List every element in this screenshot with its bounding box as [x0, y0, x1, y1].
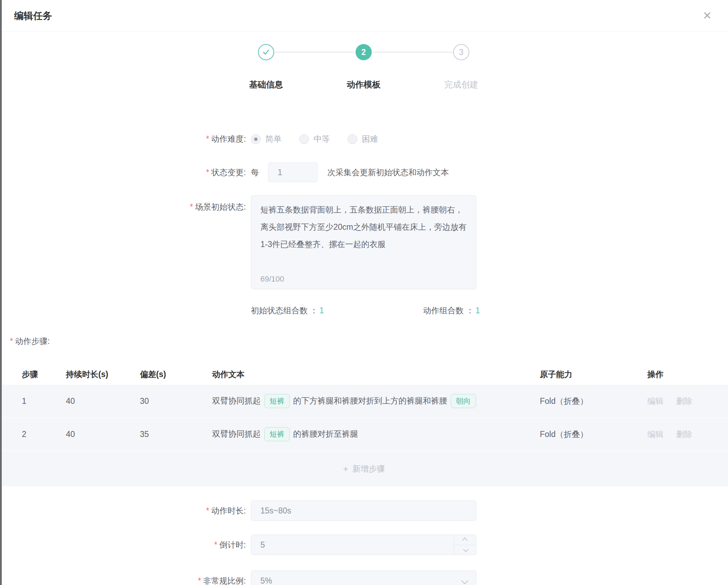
- state-change-suffix: 次采集会更新初始状态和动作文本: [327, 167, 449, 178]
- table-row: 2 40 35 双臂协同抓起 短裤 的裤腰对折至裤腿 Fold（折叠） 编辑 删…: [0, 418, 728, 451]
- required-asterisk: *: [214, 540, 217, 549]
- header-step: 步骤: [22, 369, 66, 380]
- table-header-row: 步骤 持续时长(s) 偏差(s) 动作文本 原子能力 操作: [0, 364, 728, 385]
- step-done-circle: [258, 44, 274, 60]
- step-label-basic-info: 基础信息: [249, 79, 283, 90]
- action-text: 双臂协同抓起 短裤 的下方裤腿和裤腰对折到上方的裤腿和裤腰 朝向: [212, 394, 540, 408]
- initial-combo-value: 1: [319, 306, 324, 315]
- step-number: 2: [22, 430, 66, 439]
- object-tag: 短裤: [264, 427, 290, 441]
- action-text: 双臂协同抓起 短裤 的裤腰对折至裤腿: [212, 427, 540, 441]
- atomic-capability: Fold（折叠）: [540, 429, 647, 440]
- orientation-tag: 朝向: [451, 394, 476, 408]
- plus-icon: +: [343, 464, 348, 474]
- step-deviation: 35: [140, 430, 212, 439]
- char-counter: 69/100: [260, 275, 284, 284]
- step-duration: 40: [66, 430, 140, 439]
- step-label-action-template: 动作模板: [347, 79, 381, 90]
- row-operations: 编辑 删除: [647, 429, 728, 440]
- required-asterisk: *: [206, 506, 209, 515]
- duration-label: *动作时长:: [0, 505, 251, 516]
- radio-medium[interactable]: 中等: [299, 134, 330, 144]
- state-change-input[interactable]: [268, 162, 317, 182]
- radio-circle: [251, 134, 261, 144]
- action-combo-count: 动作组合数 ： 1: [423, 305, 480, 316]
- difficulty-row: *动作难度: 简单 中等 困难: [0, 134, 728, 144]
- required-asterisk: *: [206, 134, 209, 143]
- add-step-button[interactable]: + 新增步骤: [0, 451, 728, 486]
- step-deviation: 30: [140, 396, 212, 406]
- initial-state-field: 短裤五条数据背面朝上，五条数据正面朝上，裤腰朝右，离头部视野下方至少20cm之外…: [251, 195, 476, 289]
- increment-button[interactable]: [454, 535, 476, 545]
- edit-link[interactable]: 编辑: [647, 396, 664, 407]
- initial-state-combo-count: 初始状态组合数 ： 1: [251, 305, 324, 316]
- close-icon[interactable]: ✕: [703, 10, 712, 21]
- countdown-label: *倒计时:: [0, 540, 251, 550]
- step-label-finish: 完成创建: [444, 79, 478, 90]
- dialog-header: 编辑任务 ✕: [0, 0, 728, 32]
- initial-state-row: *场景初始状态: 短裤五条数据背面朝上，五条数据正面朝上，裤腰朝右，离头部视野下…: [0, 195, 728, 289]
- select-value: 5%: [251, 571, 476, 585]
- step-number: 1: [22, 396, 66, 406]
- radio-circle: [347, 134, 357, 144]
- state-change-label: *状态变更:: [0, 167, 251, 178]
- duration-row: *动作时长:: [0, 500, 728, 521]
- step-connector: [372, 52, 452, 53]
- check-icon: [262, 48, 270, 56]
- state-change-prefix: 每: [251, 167, 259, 178]
- difficulty-radio-group: 简单 中等 困难: [251, 134, 378, 144]
- step-duration: 40: [66, 396, 140, 406]
- atomic-capability: Fold（折叠）: [540, 396, 647, 407]
- step-pending-circle: 3: [453, 44, 469, 60]
- action-steps-table: 步骤 持续时长(s) 偏差(s) 动作文本 原子能力 操作 1 40 30 双臂…: [0, 364, 728, 486]
- header-action-text: 动作文本: [212, 369, 540, 380]
- difficulty-label: *动作难度:: [0, 134, 251, 144]
- action-steps-section-label: *动作步骤:: [10, 336, 728, 347]
- radio-hard[interactable]: 困难: [347, 134, 378, 144]
- unusual-ratio-select[interactable]: 5%: [251, 571, 476, 585]
- radio-circle: [299, 134, 309, 144]
- countdown-input[interactable]: [251, 535, 476, 555]
- stepper-controls: [454, 535, 476, 555]
- chevron-down-icon: [463, 547, 469, 552]
- decrement-button[interactable]: [454, 545, 476, 555]
- header-deviation: 偏差(s): [140, 369, 212, 380]
- header-operations: 操作: [647, 369, 728, 380]
- required-asterisk: *: [206, 168, 209, 177]
- step-active-circle: 2: [356, 44, 372, 60]
- required-asterisk: *: [190, 202, 193, 211]
- countdown-stepper: [251, 535, 476, 555]
- object-tag: 短裤: [264, 394, 290, 408]
- unusual-ratio-label: *非常规比例:: [0, 575, 251, 585]
- header-capability: 原子能力: [540, 369, 647, 380]
- countdown-row: *倒计时:: [0, 535, 728, 555]
- required-asterisk: *: [198, 576, 201, 585]
- step-connector: [275, 52, 355, 53]
- state-change-row: *状态变更: 每 次采集会更新初始状态和动作文本: [0, 162, 728, 182]
- header-duration: 持续时长(s): [66, 369, 140, 380]
- initial-state-label: *场景初始状态:: [0, 195, 251, 213]
- initial-state-textarea[interactable]: 短裤五条数据背面朝上，五条数据正面朝上，裤腰朝右，离头部视野下方至少20cm之外…: [251, 195, 476, 289]
- delete-link[interactable]: 删除: [676, 429, 692, 440]
- row-operations: 编辑 删除: [647, 396, 728, 407]
- chevron-up-icon: [462, 537, 468, 543]
- unusual-ratio-row: *非常规比例: 5%: [0, 571, 728, 585]
- required-asterisk: *: [10, 337, 13, 346]
- action-combo-value: 1: [475, 306, 480, 315]
- wizard-stepper: 2 3 基础信息 动作模板 完成创建: [258, 44, 470, 94]
- delete-link[interactable]: 删除: [676, 396, 692, 407]
- duration-input[interactable]: [251, 500, 476, 521]
- radio-easy[interactable]: 简单: [251, 134, 282, 144]
- table-row: 1 40 30 双臂协同抓起 短裤 的下方裤腿和裤腰对折到上方的裤腿和裤腰 朝向…: [0, 385, 728, 418]
- edit-link[interactable]: 编辑: [647, 429, 664, 440]
- combo-counts-row: 初始状态组合数 ： 1 动作组合数 ： 1: [251, 305, 480, 316]
- dialog-title: 编辑任务: [14, 10, 52, 22]
- page-left-edge: [0, 0, 2, 585]
